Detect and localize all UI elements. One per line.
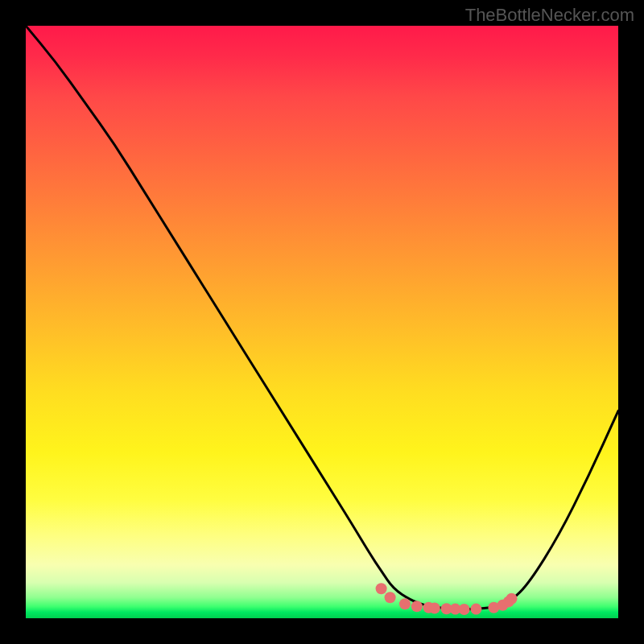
data-marker [376,583,387,594]
data-marker [399,598,411,609]
data-marker [385,592,396,603]
plot-area [26,26,618,618]
data-marker [411,601,423,612]
data-marker [506,593,518,605]
chart-svg [26,26,618,618]
watermark-text: TheBottleNecker.com [465,5,634,26]
data-marker [429,603,440,614]
marker-group [376,583,518,615]
data-marker [470,604,481,615]
data-marker [459,604,470,615]
bottleneck-curve [26,26,618,609]
